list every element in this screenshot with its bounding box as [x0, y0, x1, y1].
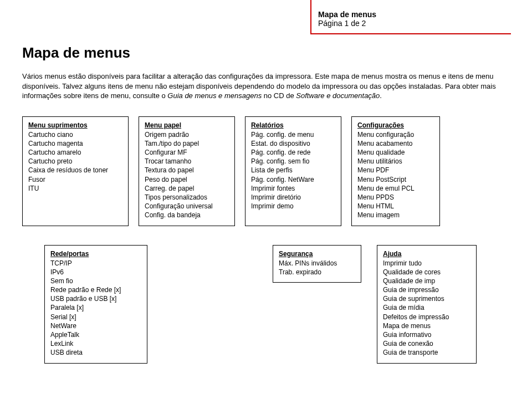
list-item: IPv6 [50, 268, 141, 277]
list-item: Fusor [28, 175, 122, 184]
box-seguranca: Segurança Máx. PINs inválidos Trab. expi… [273, 245, 361, 283]
list-item: Guia de transporte [383, 348, 470, 357]
box-title-suprimentos: Menu suprimentos [28, 121, 122, 129]
list-item: Trocar tamanho [145, 157, 229, 166]
list-item: Cartucho ciano [28, 130, 122, 139]
list-item: Tipos personalizados [145, 193, 229, 202]
list-item: Pág. config. NetWare [251, 175, 335, 184]
box-title-seguranca: Segurança [279, 250, 355, 258]
list-item: Menu imagem [357, 211, 434, 219]
list-item: Menu acabamento [357, 139, 434, 148]
list-item: Textura do papel [145, 166, 229, 175]
list-item: Guia de conexão [383, 339, 470, 348]
list-item: Serial [x] [50, 313, 141, 321]
list-item: Defeitos de impressão [383, 313, 470, 321]
box-title-relatorios: Relatórios [251, 121, 335, 129]
list-item: Cartucho preto [28, 157, 122, 166]
list-item: Menu PDF [357, 166, 434, 175]
list-item: Sem fio [50, 277, 141, 285]
list-item: Caixa de resíduos de toner [28, 166, 122, 175]
intro-paragraph: Vários menus estão disponíveis para faci… [22, 71, 510, 101]
list-item: AppleTalk [50, 330, 141, 339]
intro-text-3: . [380, 91, 382, 100]
list-item: Menu configuração [357, 130, 434, 139]
list-item: Estat. do dispositivo [251, 139, 335, 148]
list-item: Rede padrão e Rede [x] [50, 285, 141, 294]
box-papel: Menu papel Origem padrão Tam./tipo do pa… [139, 116, 235, 226]
box-suprimentos: Menu suprimentos Cartucho ciano Cartucho… [22, 116, 129, 226]
list-item: Guia de suprimentos [383, 294, 470, 303]
list-item: Imprimir tudo [383, 259, 470, 268]
list-item: Guia informativo [383, 330, 470, 339]
list-item: Config. da bandeja [145, 211, 229, 219]
list-item: Menu utilitários [357, 157, 434, 166]
header-box: Mapa de menus Página 1 de 2 [310, 0, 511, 34]
intro-italic-2: Software e documentação [296, 91, 380, 100]
box-configuracoes: Configurações Menu configuração Menu aca… [351, 116, 440, 226]
menu-row-2: Rede/portas TCP/IP IPv6 Sem fio Rede pad… [22, 245, 510, 364]
list-item: Origem padrão [145, 130, 229, 139]
list-item: Guia de mídia [383, 303, 470, 312]
list-item: Pág. config. sem fio [251, 157, 335, 166]
box-title-configuracoes: Configurações [357, 121, 434, 129]
list-item: LexLink [50, 339, 141, 348]
list-item: Configurar MF [145, 148, 229, 157]
list-item: Máx. PINs inválidos [279, 259, 355, 268]
box-ajuda: Ajuda Imprimir tudo Qualidade de cores Q… [377, 245, 477, 364]
list-item: Menu HTML [357, 202, 434, 211]
list-item: Peso do papel [145, 175, 229, 184]
list-item: Menu qualidade [357, 148, 434, 157]
list-item: Tam./tipo do papel [145, 139, 229, 148]
list-item: Configuração universal [145, 202, 229, 211]
list-item: Cartucho magenta [28, 139, 122, 148]
menu-row-1: Menu suprimentos Cartucho ciano Cartucho… [22, 116, 510, 226]
box-relatorios: Relatórios Pág. config. de menu Estat. d… [245, 116, 341, 226]
list-item: USB direta [50, 348, 141, 357]
list-item: Carreg. de papel [145, 184, 229, 193]
box-title-papel: Menu papel [145, 121, 229, 129]
header-page: Página 1 de 2 [318, 19, 511, 28]
header-title: Mapa de menus [318, 10, 511, 19]
list-item: Menu PostScript [357, 175, 434, 184]
list-item: Paralela [x] [50, 303, 141, 312]
list-item: Menu de emul PCL [357, 184, 434, 193]
box-title-rede: Rede/portas [50, 250, 141, 258]
list-item: Imprimir fontes [251, 184, 335, 193]
intro-italic-1: Guia de menus e mensagens [167, 91, 262, 100]
list-item: Lista de perfis [251, 166, 335, 175]
list-item: Guia de impressão [383, 285, 470, 294]
list-item: Qualidade de cores [383, 268, 470, 277]
list-item: ITU [28, 184, 122, 193]
list-item: Pág. config. de menu [251, 130, 335, 139]
list-item: NetWare [50, 321, 141, 330]
box-rede: Rede/portas TCP/IP IPv6 Sem fio Rede pad… [44, 245, 147, 364]
list-item: Trab. expirado [279, 268, 355, 277]
box-title-ajuda: Ajuda [383, 250, 470, 258]
list-item: Menu PPDS [357, 193, 434, 202]
list-item: TCP/IP [50, 259, 141, 268]
list-item: USB padrão e USB [x] [50, 294, 141, 303]
list-item: Pág. config. de rede [251, 148, 335, 157]
list-item: Qualidade de imp [383, 277, 470, 285]
list-item: Mapa de menus [383, 321, 470, 330]
list-item: Imprimir diretório [251, 193, 335, 202]
page-title: Mapa de menus [22, 44, 510, 62]
list-item: Imprimir demo [251, 202, 335, 211]
list-item: Cartucho amarelo [28, 148, 122, 157]
intro-text-2: no CD de [262, 91, 296, 100]
